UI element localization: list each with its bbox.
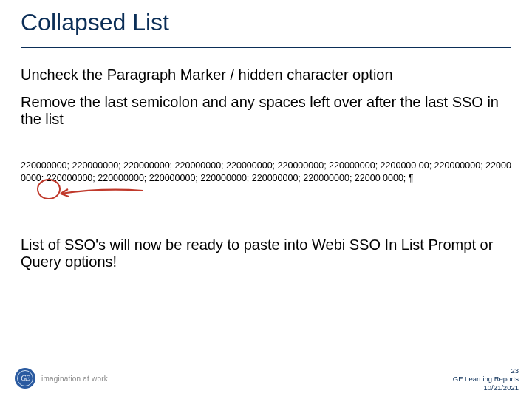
paragraph-uncheck: Uncheck the Paragraph Marker / hidden ch… <box>21 66 508 83</box>
slide-meta: 23 GE Learning Reports 10/21/2021 <box>453 366 519 392</box>
paragraph-remove: Remove the last semicolon and any spaces… <box>21 94 508 128</box>
report-label: GE Learning Reports <box>453 375 519 383</box>
body-block-1: Uncheck the Paragraph Marker / hidden ch… <box>21 66 508 138</box>
report-date: 10/21/2021 <box>453 383 519 392</box>
example-text: 220000000; 220000000; 220000000; 2200000… <box>21 160 511 185</box>
paragraph-ready: List of SSO's will now be ready to paste… <box>21 236 508 270</box>
body-block-2: List of SSO's will now be ready to paste… <box>21 236 508 270</box>
example-block: 220000000; 220000000; 220000000; 2200000… <box>21 160 511 185</box>
page-number: 23 <box>453 366 519 375</box>
ge-logo-text: GE <box>21 374 29 382</box>
footer: GE imagination at work <box>15 368 108 389</box>
arrow-annotation <box>58 186 146 201</box>
slide: Collapsed List Uncheck the Paragraph Mar… <box>0 0 532 399</box>
tagline: imagination at work <box>41 375 108 383</box>
slide-title: Collapsed List <box>21 9 169 36</box>
ge-logo-icon: GE <box>15 368 35 389</box>
title-divider <box>21 47 511 48</box>
